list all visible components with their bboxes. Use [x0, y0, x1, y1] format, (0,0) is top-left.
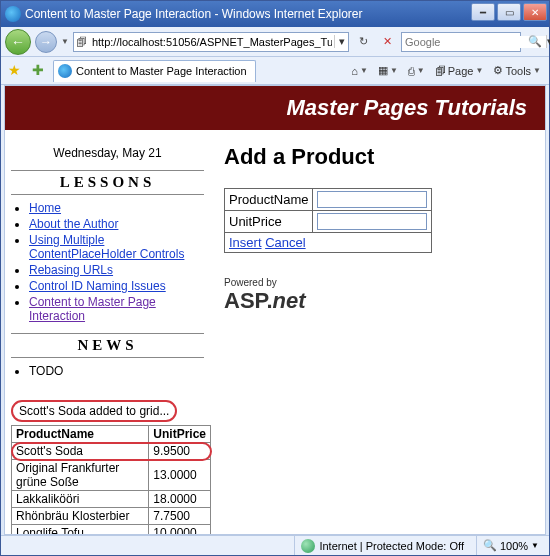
- nav-toolbar: ← → ▼ 🗐 ▾ ↻ ✕ ▾ 🔍: [1, 27, 549, 57]
- favorites-button[interactable]: ★: [5, 62, 23, 80]
- window-title: Content to Master Page Interaction - Win…: [25, 7, 363, 21]
- insert-link[interactable]: Insert: [229, 235, 262, 250]
- lessons-header: LESSONS: [11, 170, 204, 195]
- site-banner: Master Pages Tutorials: [5, 86, 545, 130]
- browser-viewport: Master Pages Tutorials Wednesday, May 21…: [4, 85, 546, 535]
- grid-header-name: ProductName: [12, 426, 149, 443]
- url-input[interactable]: [90, 36, 334, 48]
- add-favorites-button[interactable]: ✚: [29, 62, 47, 80]
- news-list: TODO: [29, 364, 204, 378]
- print-icon: ⎙: [408, 65, 415, 77]
- date-label: Wednesday, May 21: [11, 146, 204, 160]
- unitprice-label: UnitPrice: [225, 211, 313, 233]
- stop-button[interactable]: ✕: [377, 32, 397, 52]
- grid-header-price: UnitPrice: [149, 426, 211, 443]
- lesson-link[interactable]: Home: [29, 201, 61, 215]
- home-icon: ⌂: [351, 65, 358, 77]
- ie-icon: [5, 6, 21, 22]
- back-button[interactable]: ←: [5, 29, 31, 55]
- lessons-list: HomeAbout the AuthorUsing Multiple Conte…: [29, 201, 204, 323]
- print-button[interactable]: ⎙▼: [404, 63, 429, 79]
- page-icon-sm: 🗐: [435, 65, 446, 77]
- tab-toolbar: ★ ✚ Content to Master Page Interaction ⌂…: [1, 57, 549, 85]
- tab-ie-icon: [58, 64, 72, 78]
- feeds-icon: ▦: [378, 64, 388, 77]
- url-dropdown[interactable]: ▾: [334, 35, 348, 48]
- lesson-link[interactable]: Using Multiple ContentPlaceHolder Contro…: [29, 233, 184, 261]
- table-row: Rhönbräu Klosterbier7.7500: [12, 508, 211, 525]
- productname-input[interactable]: [317, 191, 427, 208]
- tools-menu[interactable]: ⚙Tools▼: [489, 62, 545, 79]
- page-icon: 🗐: [74, 36, 90, 48]
- page-menu[interactable]: 🗐Page▼: [431, 63, 488, 79]
- news-header: NEWS: [11, 333, 204, 358]
- nav-history-dropdown[interactable]: ▼: [61, 37, 69, 46]
- lesson-link[interactable]: Rebasing URLs: [29, 263, 113, 277]
- table-row: Lakkalikööri18.0000: [12, 491, 211, 508]
- close-button[interactable]: ✕: [523, 3, 547, 21]
- products-grid: ProductName UnitPrice Scott's Soda9.9500…: [11, 425, 211, 535]
- powered-by: Powered by ASP.net: [224, 277, 535, 314]
- table-row: Longlife Tofu10.0000: [12, 525, 211, 536]
- table-row: Scott's Soda9.9500: [12, 443, 211, 460]
- search-dropdown[interactable]: ▾: [546, 35, 550, 48]
- zoom-icon: 🔍: [483, 539, 497, 552]
- unitprice-input[interactable]: [317, 213, 427, 230]
- refresh-button[interactable]: ↻: [353, 32, 373, 52]
- status-bar: Internet | Protected Mode: Off 🔍 100% ▼: [1, 535, 549, 555]
- forward-button[interactable]: →: [35, 31, 57, 53]
- search-box[interactable]: ▾: [401, 32, 521, 52]
- lesson-link[interactable]: Control ID Naming Issues: [29, 279, 166, 293]
- add-product-form: ProductName UnitPrice Insert Cancel: [224, 188, 432, 253]
- minimize-button[interactable]: ━: [471, 3, 495, 21]
- cancel-link[interactable]: Cancel: [265, 235, 305, 250]
- security-zone[interactable]: Internet | Protected Mode: Off: [294, 536, 470, 555]
- home-button[interactable]: ⌂▼: [347, 63, 372, 79]
- address-bar[interactable]: 🗐 ▾: [73, 32, 349, 52]
- main-content: Add a Product ProductName UnitPrice Inse…: [210, 130, 545, 324]
- feeds-button[interactable]: ▦▼: [374, 62, 402, 79]
- tab-title: Content to Master Page Interaction: [76, 65, 247, 77]
- page-heading: Add a Product: [224, 144, 535, 170]
- news-item: TODO: [29, 364, 204, 378]
- lesson-link[interactable]: Content to Master Page Interaction: [29, 295, 156, 323]
- status-message: Scott's Soda added to grid...: [11, 400, 177, 422]
- table-row: Original Frankfurter grüne Soße13.0000: [12, 460, 211, 491]
- window-titlebar: Content to Master Page Interaction - Win…: [1, 1, 549, 27]
- browser-tab[interactable]: Content to Master Page Interaction: [53, 60, 256, 82]
- zoom-control[interactable]: 🔍 100% ▼: [476, 536, 545, 555]
- search-button[interactable]: 🔍: [525, 32, 545, 52]
- globe-icon: [301, 539, 315, 553]
- gear-icon: ⚙: [493, 64, 503, 77]
- sidebar: Wednesday, May 21 LESSONS HomeAbout the …: [5, 130, 210, 535]
- maximize-button[interactable]: ▭: [497, 3, 521, 21]
- lesson-link[interactable]: About the Author: [29, 217, 118, 231]
- productname-label: ProductName: [225, 189, 313, 211]
- banner-title: Master Pages Tutorials: [287, 95, 527, 121]
